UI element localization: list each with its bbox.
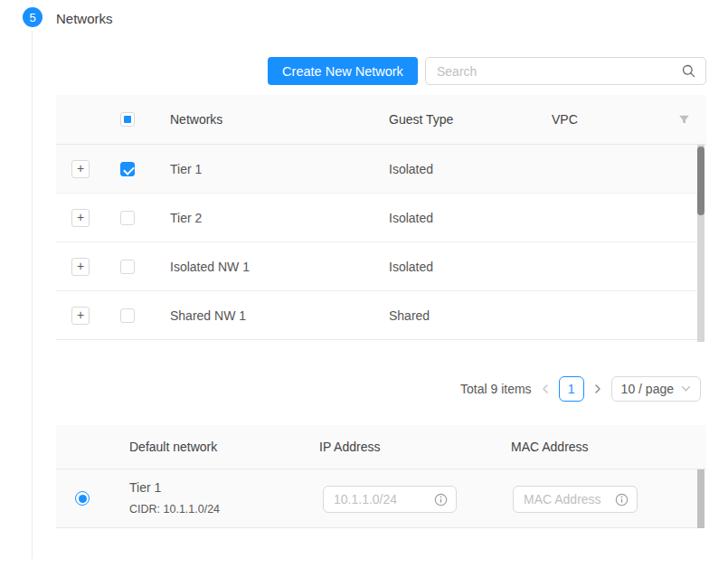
step-timeline-top (32, 0, 33, 5)
table-row[interactable]: + Tier 1 Isolated (56, 145, 697, 194)
table-row[interactable]: + Shared NW 1 Shared (56, 291, 697, 340)
default-network-radio[interactable] (75, 491, 90, 506)
row-checkbox[interactable] (120, 260, 135, 274)
guest-type-value: Isolated (389, 260, 433, 274)
search-box[interactable] (425, 57, 706, 85)
table-scrollbar-thumb[interactable] (697, 469, 704, 528)
col-vpc: VPC (552, 112, 578, 127)
default-network-cidr: CIDR: 10.1.1.0/24 (129, 503, 220, 516)
col-default-network: Default network (129, 440, 217, 454)
row-checkbox[interactable] (120, 211, 135, 225)
mac-address-input-wrap (513, 486, 638, 513)
network-name: Tier 1 (170, 162, 202, 176)
network-name: Shared NW 1 (170, 308, 246, 323)
expand-row-button[interactable]: + (71, 258, 90, 276)
col-ip-address: IP Address (319, 440, 380, 454)
col-networks: Networks (170, 112, 222, 127)
expand-row-button[interactable]: + (71, 209, 90, 227)
page-1-button[interactable]: 1 (559, 376, 584, 402)
table-row[interactable]: + Tier 2 Isolated (56, 194, 697, 242)
create-new-network-button[interactable]: Create New Network (268, 57, 418, 85)
mac-address-input[interactable] (514, 492, 615, 506)
search-input[interactable] (426, 64, 682, 79)
select-all-checkbox[interactable] (120, 112, 135, 127)
networks-table-header: Networks Guest Type VPC (56, 95, 706, 145)
network-name: Tier 2 (170, 211, 202, 225)
col-mac-address: MAC Address (511, 440, 589, 454)
default-network-name: Tier 1 (129, 480, 161, 495)
table-scrollbar-track[interactable] (697, 469, 704, 528)
pagination: Total 9 items 1 10 / page (460, 375, 701, 402)
default-network-row[interactable]: Tier 1 CIDR: 10.1.1.0/24 (56, 469, 697, 528)
page-size-value: 10 / page (621, 382, 674, 396)
prev-page-icon[interactable] (539, 383, 552, 394)
ip-address-input-wrap (323, 486, 457, 513)
next-page-icon[interactable] (591, 383, 604, 394)
step-number-badge: 5 (23, 7, 43, 27)
default-network-table: Default network IP Address MAC Address T… (56, 425, 706, 528)
network-name: Isolated NW 1 (170, 260, 250, 274)
row-checkbox[interactable] (120, 162, 135, 176)
default-network-header: Default network IP Address MAC Address (56, 425, 706, 469)
guest-type-value: Shared (389, 308, 430, 323)
chevron-down-icon (681, 385, 691, 393)
ip-address-input[interactable] (324, 492, 434, 506)
pagination-total: Total 9 items (460, 382, 532, 396)
guest-type-value: Isolated (389, 211, 433, 225)
step-number: 5 (29, 11, 35, 24)
step-timeline (32, 31, 33, 559)
step-title: Networks (56, 11, 113, 26)
table-row[interactable]: + Isolated NW 1 Isolated (56, 242, 697, 291)
expand-row-button[interactable]: + (71, 160, 90, 178)
table-scrollbar-thumb[interactable] (697, 147, 704, 215)
filter-icon[interactable] (678, 114, 690, 128)
row-checkbox[interactable] (120, 308, 135, 323)
guest-type-value: Isolated (389, 162, 433, 176)
networks-table: Networks Guest Type VPC + Tier 1 Isolate… (56, 95, 706, 340)
page-size-select[interactable]: 10 / page (611, 376, 701, 402)
expand-row-button[interactable]: + (71, 307, 90, 325)
col-guest-type: Guest Type (389, 112, 453, 127)
search-icon[interactable] (682, 64, 695, 78)
info-icon[interactable] (615, 493, 629, 506)
table-scrollbar-track[interactable] (697, 145, 704, 342)
info-icon[interactable] (434, 493, 448, 506)
